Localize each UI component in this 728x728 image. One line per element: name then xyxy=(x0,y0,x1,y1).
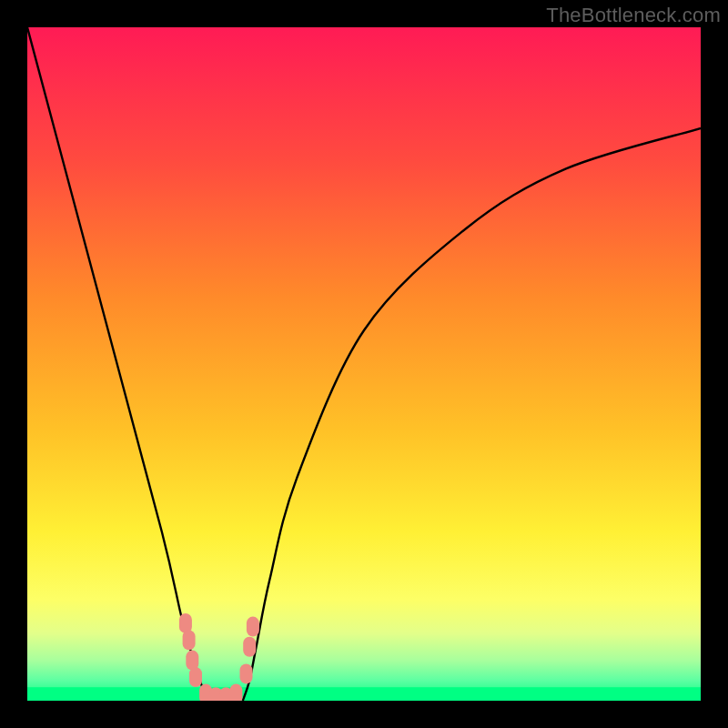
data-marker xyxy=(247,617,259,637)
data-marker xyxy=(189,667,202,687)
data-marker xyxy=(183,630,196,650)
gradient-background xyxy=(27,27,701,701)
data-marker xyxy=(243,637,256,657)
green-band xyxy=(27,687,701,701)
chart-frame: TheBottleneck.com xyxy=(0,0,728,728)
watermark-text: TheBottleneck.com xyxy=(546,4,721,27)
plot-svg xyxy=(27,27,701,701)
plot-area xyxy=(27,27,701,701)
data-marker xyxy=(229,684,242,701)
data-marker xyxy=(240,663,253,683)
